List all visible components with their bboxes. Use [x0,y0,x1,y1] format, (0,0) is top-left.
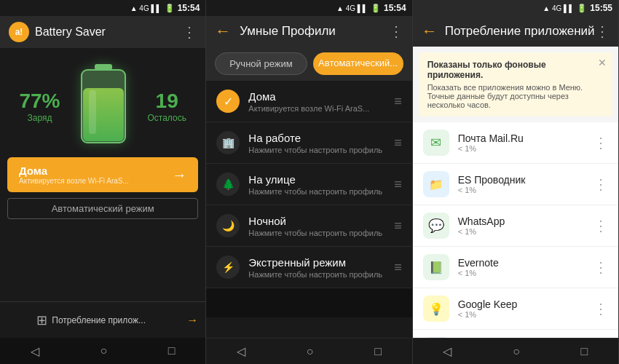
gkeep-icon: 💡 [423,296,449,322]
app-name-3: Evernote [458,257,594,269]
profile-info-4: Экстренный режим Нажмите чтобы настроить… [248,256,394,279]
time-1: 15:54 [178,3,200,13]
nav-bar-2: ◁ ○ □ [206,338,411,364]
note-icon: 📗 [429,261,443,274]
status-bar-1: ▲ 4G ▌▌ 🔋 15:54 [0,0,205,16]
banner-close-button[interactable]: ✕ [598,57,607,68]
list-item[interactable]: 💡 Google Keep < 1% ⋮ [413,288,618,330]
list-item[interactable]: S Skype [413,330,618,338]
consumption-arrow[interactable]: → [182,309,205,331]
profiles-list: ✓ Дома Активируется возле Wi-Fi AraS... … [206,81,411,338]
profile-settings-icon-3[interactable]: ≡ [394,218,402,234]
app-more-3[interactable]: ⋮ [594,258,608,276]
recent-nav-1[interactable]: □ [168,344,176,357]
app-usage-3: < 1% [458,269,594,277]
list-item[interactable]: 📗 Evernote < 1% ⋮ [413,247,618,288]
profile-check-icon: ✓ [216,90,240,113]
header-3: ← Потребление приложений ⋮ [413,16,618,47]
menu-button-1[interactable]: ⋮ [182,23,197,41]
app-name-2: WhatsApp [458,215,594,227]
home-nav-3[interactable]: ○ [513,345,520,358]
apps-list: ✉ Почта Mail.Ru < 1% ⋮ 📁 ES Проводник < … [413,122,618,338]
status-bar-2: ▲ 4G ▌▌ 🔋 15:54 [206,0,411,16]
profile-arrow-icon: → [172,167,186,183]
app-more-1[interactable]: ⋮ [594,175,608,193]
consumption-nav-item[interactable]: ⊞ Потребление прилож... [0,308,182,333]
profile-settings-icon-2[interactable]: ≡ [394,177,402,192]
app-info-2: WhatsApp < 1% [458,215,594,236]
nav-bar-3: ◁ ○ □ [413,338,618,364]
recent-nav-3[interactable]: □ [580,345,588,358]
back-button-3[interactable]: ← [422,22,438,41]
app-usage-4: < 1% [458,310,594,319]
auto-mode-button[interactable]: Автоматический режим [7,198,198,219]
folder-icon: 📁 [429,178,443,191]
panel-app-consumption: ▲ 4G ▌▌ 🔋 15:55 ← Потребление приложений… [413,0,619,364]
banner-bold: Показаны только фоновые приложения. [427,60,604,80]
battery-icon-1: 🔋 [165,4,175,13]
evernote-icon: 📗 [423,254,449,280]
list-item[interactable]: 🌙 Ночной Нажмите чтобы настроить профиль… [206,205,411,247]
remaining-stat: 19 Осталось [147,90,186,123]
lightbulb-icon: 💡 [429,302,443,316]
info-banner: Показаны только фоновые приложения. Пока… [419,52,612,116]
menu-button-2[interactable]: ⋮ [389,23,403,40]
consumption-title: Потребление приложений [445,24,595,39]
header-1: a! Battery Saver ⋮ [0,16,205,48]
back-nav-2[interactable]: ◁ [237,344,245,358]
active-profile-button[interactable]: Дома Активируется возле Wi-Fi AraS... → [7,157,198,192]
back-nav-1[interactable]: ◁ [31,344,39,358]
app-more-2[interactable]: ⋮ [594,217,608,234]
home-nav-2[interactable]: ○ [307,345,314,358]
app-more-4[interactable]: ⋮ [594,300,608,317]
profile-info-0: Дома Активируется возле Wi-Fi AraS... [248,90,394,113]
svg-rect-0 [95,64,112,70]
mail-icon: ✉ [430,135,441,151]
mode-tabs: Ручной режим Автоматический... [206,47,411,81]
profile-settings-icon-0[interactable]: ≡ [394,94,402,109]
whatsapp-icon: 💬 [423,213,449,239]
status-icons-1: ▲ 4G ▌▌ [130,4,162,12]
list-item[interactable]: ✓ Дома Активируется возле Wi-Fi AraS... … [206,81,411,122]
list-item[interactable]: 📁 ES Проводник < 1% ⋮ [413,164,618,205]
auto-mode-tab[interactable]: Автоматический... [313,52,403,75]
battery-svg [74,63,133,150]
app-title: Battery Saver [35,25,106,39]
list-item[interactable]: 🏢 На работе Нажмите чтобы настроить проф… [206,122,411,164]
mail-ru-icon: ✉ [423,130,449,156]
app-more-0[interactable]: ⋮ [594,134,608,151]
remaining-label: Осталось [147,113,186,123]
battery-section: 77% Заряд [0,48,205,301]
profile-settings-icon-4[interactable]: ≡ [394,260,402,275]
nav-bar-1: ◁ ○ □ [0,338,205,364]
profile-name: Дома [19,165,129,177]
charge-stat: 77% Заряд [19,90,60,123]
list-item[interactable]: 💬 WhatsApp < 1% ⋮ [413,205,618,247]
profile-info-3: Ночной Нажмите чтобы настроить профиль [248,215,394,237]
menu-button-3[interactable]: ⋮ [595,23,610,40]
app-info-1: ES Проводник < 1% [458,174,594,194]
avast-icon: a! [9,22,29,42]
time-3: 15:55 [590,3,612,13]
manual-mode-tab[interactable]: Ручной режим [215,52,307,75]
profile-desc-0: Активируется возле Wi-Fi AraS... [248,104,394,113]
home-nav-1[interactable]: ○ [100,344,107,357]
profile-settings-icon-1[interactable]: ≡ [394,135,402,151]
profile-name-0: Дома [248,90,394,103]
back-button-2[interactable]: ← [215,22,231,41]
back-nav-3[interactable]: ◁ [443,344,452,358]
work-icon: 🏢 [216,131,240,154]
battery-icon-2: 🔋 [371,4,381,13]
app-info-0: Почта Mail.Ru < 1% [458,132,594,153]
svg-rect-3 [89,90,96,134]
profile-name-2: На улице [248,173,394,186]
recent-nav-2[interactable]: □ [374,345,382,358]
charge-value: 77% [19,90,60,113]
profile-btn-text: Дома Активируется возле Wi-Fi AraS... [19,165,129,185]
profile-info-1: На работе Нажмите чтобы настроить профил… [248,132,394,154]
app-name-1: ES Проводник [458,174,594,186]
list-item[interactable]: ✉ Почта Mail.Ru < 1% ⋮ [413,122,618,164]
list-item[interactable]: 🌲 На улице Нажмите чтобы настроить профи… [206,164,411,205]
list-item[interactable]: ⚡ Экстренный режим Нажмите чтобы настрои… [206,247,411,288]
grid-icon: ⊞ [36,312,47,328]
